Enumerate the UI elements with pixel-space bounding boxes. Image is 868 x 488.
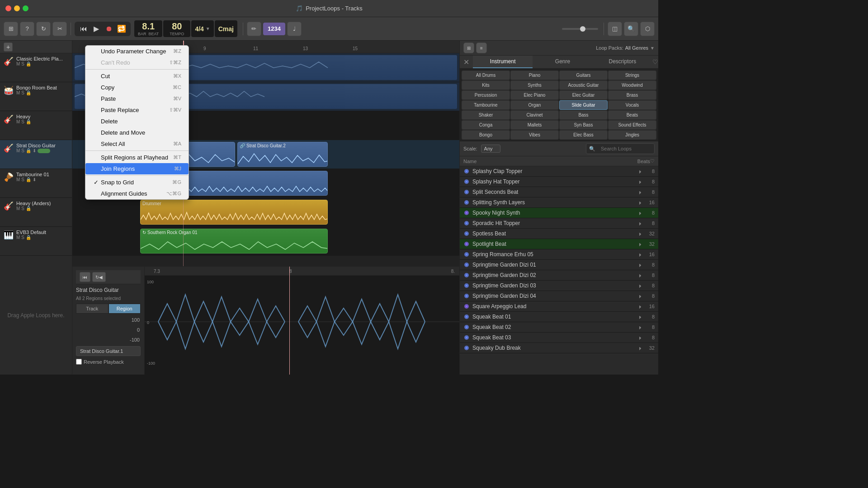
instrument-btn-16[interactable]: Shaker — [462, 110, 510, 120]
cycle-button[interactable]: 🔁 — [116, 23, 127, 34]
loop-play-button[interactable]: ⏵ — [637, 199, 644, 206]
track-item-3[interactable]: 🎸 Heavy M S 🔒 — [0, 111, 72, 140]
instrument-btn-21[interactable]: Mallets — [510, 120, 559, 130]
loop-play-button[interactable]: ⏵ — [637, 303, 644, 310]
instrument-btn-19[interactable]: Beats — [608, 110, 656, 120]
time-sig-display[interactable]: 4/4 ▼ — [191, 20, 213, 37]
loop-play-button[interactable]: ⏵ — [637, 168, 644, 174]
track-item-4[interactable]: 🎸 Strat Disco Guitar M S 🔒 ⬇ — [0, 140, 72, 169]
loop-play-button[interactable]: ⏵ — [637, 293, 644, 299]
loop-play-button[interactable]: ⏵ — [637, 282, 644, 289]
loop-play-button[interactable]: ⏵ — [637, 314, 644, 320]
loop-item-1[interactable]: Splashy Hat Topper⏵8 — [460, 177, 658, 187]
loop-item-6[interactable]: Spotless Beat⏵32 — [460, 229, 658, 239]
loop-item-8[interactable]: Spring Romance Erhu 05⏵16 — [460, 249, 658, 260]
instrument-btn-5[interactable]: Synths — [510, 80, 559, 90]
loop-item-5[interactable]: Sporadic Hit Topper⏵8 — [460, 218, 658, 229]
instrument-btn-12[interactable]: Tambourine — [462, 100, 510, 110]
instrument-btn-22[interactable]: Syn Bass — [559, 120, 608, 130]
close-button[interactable] — [5, 5, 11, 11]
tab-descriptors[interactable]: Descriptors — [593, 56, 652, 68]
loop-item-7[interactable]: Spotlight Beat⏵32 — [460, 239, 658, 249]
editor-button[interactable]: ◫ — [608, 22, 622, 36]
scale-select[interactable]: Any — [481, 145, 500, 153]
track-item-1[interactable]: 🎸 Classic Electric Pla... M S 🔒 — [0, 53, 72, 82]
loop-play-button[interactable]: ⏵ — [637, 251, 644, 258]
menu-item-copy[interactable]: Copy⌘C — [85, 82, 189, 93]
loop-play-button[interactable]: ⏵ — [637, 220, 644, 226]
count-in-button[interactable]: 1234 — [263, 23, 285, 35]
menu-item-alignment-guides[interactable]: Alignment Guides⌥⌘G — [85, 188, 189, 199]
loop-play-button[interactable]: ⏵ — [637, 262, 644, 268]
loop-item-12[interactable]: Springtime Garden Dizi 04⏵8 — [460, 291, 658, 301]
menu-item-delete-and-move[interactable]: Delete and Move — [85, 127, 189, 138]
loop-play-button[interactable]: ⏵ — [637, 178, 644, 185]
loop-item-3[interactable]: Splitting Synth Layers⏵16 — [460, 197, 658, 208]
loop-item-2[interactable]: Split Seconds Beat⏵8 — [460, 187, 658, 197]
region-organ[interactable]: ↻ Southern Rock Organ 01 — [140, 229, 328, 253]
loop-play-button[interactable]: ⏵ — [637, 230, 644, 237]
instrument-btn-14[interactable]: Slide Guitar — [559, 100, 608, 110]
list-fav-button[interactable]: ♡ — [650, 158, 655, 164]
instrument-btn-2[interactable]: Guitars — [559, 70, 608, 80]
menu-item-split-regions-at-playhead[interactable]: Split Regions at Playhead⌘T — [85, 152, 189, 163]
menu-item-undo-parameter-change[interactable]: Undo Parameter Change⌘Z — [85, 46, 189, 57]
tab-genre[interactable]: Genre — [533, 56, 592, 68]
track-item-6[interactable]: 🎸 Heavy (Anders) M S 🔒 — [0, 198, 72, 227]
loop-item-4[interactable]: Spooky Night Synth⏵8 — [460, 208, 658, 218]
menu-item-select-all[interactable]: Select All⌘A — [85, 138, 189, 150]
instrument-btn-24[interactable]: Bongo — [462, 130, 510, 140]
instrument-btn-4[interactable]: Kits — [462, 80, 510, 90]
loop-play-button[interactable]: ⏵ — [637, 189, 644, 195]
search-input[interactable] — [597, 145, 651, 153]
list-view-button[interactable]: ≡ — [476, 42, 487, 53]
menu-item-paste[interactable]: Paste⌘V — [85, 93, 189, 104]
instrument-btn-20[interactable]: Conga — [462, 120, 510, 130]
region-drummer[interactable]: Drummer — [140, 200, 328, 225]
instrument-btn-11[interactable]: Brass — [608, 90, 656, 100]
instrument-btn-7[interactable]: Woodwind — [608, 80, 656, 90]
instrument-btn-6[interactable]: Acoustic Guitar — [559, 80, 608, 90]
loop-item-9[interactable]: Springtime Garden Dizi 01⏵8 — [460, 260, 658, 270]
loop-item-11[interactable]: Springtime Garden Dizi 03⏵8 — [460, 281, 658, 291]
instrument-btn-9[interactable]: Elec Piano — [510, 90, 559, 100]
loop-item-13[interactable]: Square Arpeggio Lead⏵16 — [460, 301, 658, 312]
bottom-cycle[interactable]: ↻◀ — [92, 272, 106, 282]
close-right-panel[interactable]: ✕ — [460, 56, 473, 68]
pencil-button[interactable]: ✏ — [247, 22, 261, 36]
bottom-timeline[interactable]: 7.3 8 8. Strat Disco Guitar.1 100 0 — [145, 267, 459, 375]
solo-icon[interactable]: S — [21, 61, 24, 66]
loop-item-15[interactable]: Squeak Beat 02⏵8 — [460, 322, 658, 333]
favorites-button[interactable]: ♡ — [652, 58, 658, 66]
tab-instrument[interactable]: Instrument — [473, 56, 533, 68]
loop-play-button[interactable]: ⏵ — [637, 210, 644, 216]
library-button[interactable]: ⊞ — [4, 22, 18, 36]
menu-item-paste-replace[interactable]: Paste Replace⇧⌘V — [85, 104, 189, 116]
menu-item-cut[interactable]: Cut⌘X — [85, 70, 189, 82]
menu-item-join-regions[interactable]: Join Regions⌘J — [85, 163, 189, 174]
menu-item-delete[interactable]: Delete — [85, 116, 189, 127]
track-item-7[interactable]: 🎹 EVB3 Default M S 🔒 — [0, 227, 72, 256]
instrument-btn-27[interactable]: Jingles — [608, 130, 656, 140]
menu-item-snap-to-grid[interactable]: ✓Snap to Grid⌘G — [85, 177, 189, 188]
add-track-button[interactable]: + — [4, 42, 13, 52]
grid-view-button[interactable]: ⊞ — [463, 42, 474, 53]
instrument-btn-10[interactable]: Elec Guitar — [559, 90, 608, 100]
loop-play-button[interactable]: ⏵ — [637, 241, 644, 247]
tuner-button[interactable]: ♩ — [287, 22, 302, 36]
tab-region[interactable]: Region — [108, 304, 141, 314]
instrument-btn-23[interactable]: Sound Effects — [608, 120, 656, 130]
instrument-btn-13[interactable]: Organ — [510, 100, 559, 110]
bottom-rewind[interactable]: ⏮ — [80, 272, 90, 282]
search-button[interactable]: 🔍 — [624, 22, 638, 36]
instrument-btn-1[interactable]: Piano — [510, 70, 559, 80]
fader[interactable] — [38, 149, 50, 153]
info-button[interactable]: ? — [20, 22, 34, 36]
loop-item-0[interactable]: Splashy Clap Topper⏵8 — [460, 166, 658, 177]
track-item-2[interactable]: 🥁 Bongo Room Beat M S 🔒 — [0, 82, 72, 111]
mute-icon[interactable]: M — [16, 61, 20, 66]
loop-item-16[interactable]: Squeak Beat 03⏵8 — [460, 333, 658, 343]
maximize-button[interactable] — [23, 5, 28, 11]
master-volume[interactable] — [562, 28, 598, 30]
instrument-btn-25[interactable]: Vibes — [510, 130, 559, 140]
